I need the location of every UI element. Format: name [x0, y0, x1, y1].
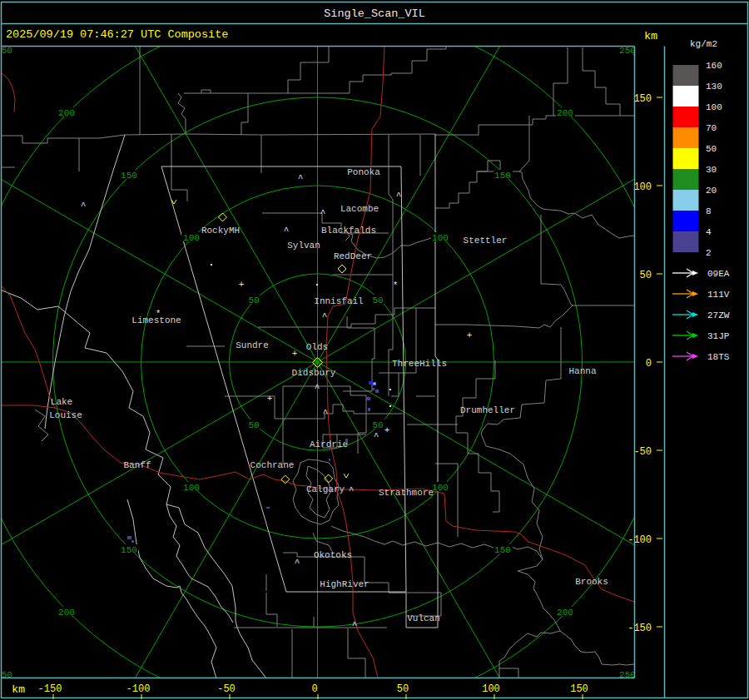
- svg-text:+: +: [267, 394, 273, 404]
- svg-text:0: 0: [311, 683, 317, 695]
- svg-text:27ZW: 27ZW: [707, 310, 730, 320]
- svg-text:200: 200: [557, 108, 573, 118]
- svg-text:Ponoka: Ponoka: [347, 167, 380, 177]
- svg-text:50: 50: [248, 295, 259, 305]
- svg-text:250: 250: [619, 46, 636, 56]
- svg-text:^: ^: [352, 620, 358, 630]
- svg-text:-150: -150: [627, 623, 652, 634]
- svg-text:2025/09/19 07:46:27 UTC Compos: 2025/09/19 07:46:27 UTC Composite: [6, 28, 228, 41]
- svg-text:100: 100: [706, 102, 722, 112]
- svg-text:Lacombe: Lacombe: [340, 204, 379, 214]
- svg-text:km: km: [12, 683, 25, 696]
- svg-text:Louise: Louise: [49, 410, 82, 420]
- svg-text:200: 200: [58, 108, 75, 118]
- svg-text:8: 8: [706, 206, 712, 216]
- svg-text:50: 50: [372, 420, 383, 430]
- svg-text:+: +: [239, 280, 245, 290]
- svg-text:160: 160: [706, 61, 722, 71]
- svg-text:200: 200: [58, 608, 75, 618]
- svg-text:RedDeer: RedDeer: [334, 251, 372, 261]
- svg-text:100: 100: [183, 483, 200, 493]
- svg-text:150: 150: [494, 171, 511, 181]
- svg-text:*: *: [156, 309, 161, 319]
- svg-text:111V: 111V: [707, 290, 730, 300]
- svg-text:50: 50: [640, 270, 652, 281]
- svg-text:50: 50: [248, 420, 259, 430]
- svg-text:Olds: Olds: [306, 342, 328, 352]
- svg-text:^: ^: [396, 191, 402, 201]
- svg-text:Lake: Lake: [51, 397, 72, 407]
- svg-text:^: ^: [323, 408, 329, 418]
- svg-text:km: km: [644, 30, 657, 42]
- svg-text:kg/m2: kg/m2: [690, 39, 717, 49]
- svg-text:Stettler: Stettler: [464, 236, 508, 246]
- svg-text:Strathmore: Strathmore: [379, 488, 434, 498]
- svg-text:^: ^: [320, 208, 326, 218]
- svg-text:50: 50: [706, 144, 717, 154]
- svg-text:^: ^: [81, 201, 87, 211]
- svg-text:-50: -50: [217, 683, 236, 695]
- svg-text:150: 150: [121, 171, 137, 181]
- svg-text:4: 4: [706, 227, 712, 237]
- svg-text:18TS: 18TS: [707, 352, 730, 362]
- svg-text:150: 150: [121, 545, 137, 555]
- svg-text:Drumheller: Drumheller: [460, 405, 515, 415]
- svg-text:RockyMH: RockyMH: [201, 226, 240, 236]
- svg-text:Vulcan: Vulcan: [407, 613, 440, 623]
- svg-text:^: ^: [298, 173, 304, 183]
- svg-text:-50: -50: [633, 446, 652, 458]
- svg-text:^: ^: [349, 485, 355, 495]
- svg-text:^: ^: [315, 383, 320, 393]
- svg-text:Sylvan: Sylvan: [287, 241, 320, 251]
- svg-text:-100: -100: [126, 683, 151, 695]
- svg-text:150: 150: [633, 93, 652, 105]
- svg-text:09EA: 09EA: [707, 269, 730, 279]
- svg-text:100: 100: [432, 483, 449, 493]
- svg-text:200: 200: [557, 608, 573, 618]
- svg-text:Brooks: Brooks: [575, 577, 608, 587]
- svg-text:+: +: [292, 349, 298, 359]
- svg-text:2: 2: [706, 248, 712, 258]
- svg-text:Cochrane: Cochrane: [250, 460, 295, 470]
- svg-text:^: ^: [322, 311, 328, 321]
- svg-text:Blackfalds: Blackfalds: [321, 226, 376, 236]
- svg-text:HighRiver: HighRiver: [320, 579, 369, 589]
- svg-text:-150: -150: [38, 683, 62, 695]
- svg-text:Airdrie: Airdrie: [310, 439, 348, 449]
- svg-text:*: *: [393, 280, 399, 290]
- svg-text:Banff: Banff: [123, 460, 151, 470]
- svg-text:Okotoks: Okotoks: [314, 550, 352, 560]
- svg-text:150: 150: [494, 545, 511, 555]
- svg-text:20: 20: [706, 186, 717, 196]
- svg-text:Hanna: Hanna: [568, 366, 596, 376]
- svg-text:+: +: [467, 330, 473, 340]
- svg-text:0: 0: [646, 358, 652, 370]
- svg-text:50: 50: [397, 683, 409, 695]
- svg-text:70: 70: [706, 123, 717, 133]
- svg-text:Single_Scan_VIL: Single_Scan_VIL: [324, 7, 425, 20]
- svg-text:^: ^: [295, 558, 300, 568]
- svg-text:31JP: 31JP: [707, 331, 730, 341]
- svg-text:^: ^: [284, 226, 290, 236]
- svg-text:100: 100: [432, 233, 449, 243]
- svg-text:+: +: [384, 425, 390, 435]
- svg-text:^: ^: [374, 431, 379, 441]
- svg-text:100: 100: [183, 233, 200, 243]
- svg-text:50: 50: [372, 295, 383, 305]
- svg-text:ThreeHills: ThreeHills: [392, 359, 447, 369]
- svg-text:Calgary: Calgary: [306, 484, 345, 494]
- svg-text:Innisfail: Innisfail: [314, 296, 363, 306]
- svg-text:130: 130: [706, 82, 722, 92]
- svg-text:Sundre: Sundre: [236, 340, 269, 350]
- svg-text:-100: -100: [627, 534, 652, 546]
- svg-text:150: 150: [570, 683, 588, 695]
- svg-text:100: 100: [482, 683, 500, 695]
- svg-text:30: 30: [706, 165, 717, 175]
- svg-text:Didsbury: Didsbury: [292, 368, 336, 378]
- svg-text:100: 100: [633, 181, 652, 193]
